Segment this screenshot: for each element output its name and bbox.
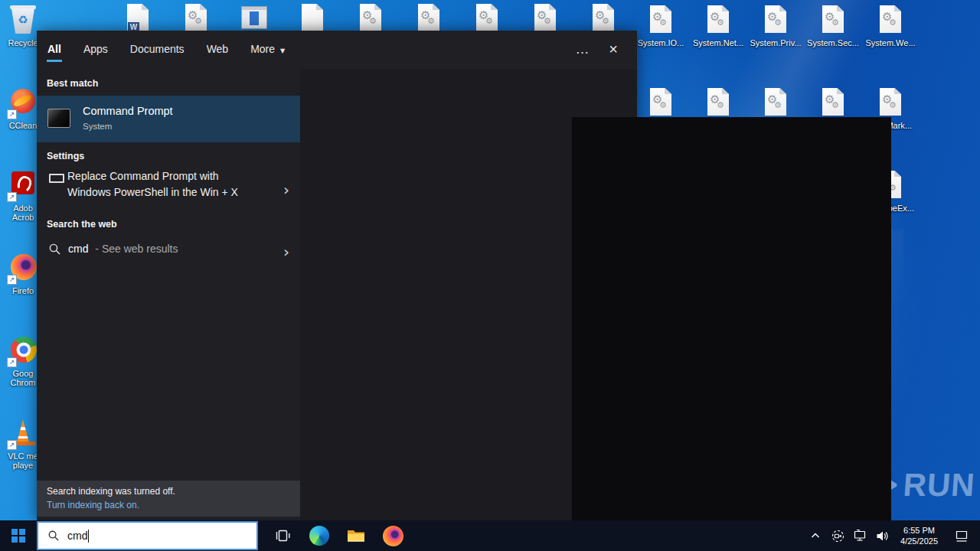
result-command-prompt[interactable]: Command Prompt System <box>37 96 300 142</box>
setting-line1: Replace Command Prompt with <box>67 168 238 184</box>
tab-more[interactable]: More▼ <box>250 41 286 67</box>
desktop-icon-label: System.Net... <box>691 38 746 47</box>
tab-label: Documents <box>130 43 185 55</box>
desktop-icon-file-3[interactable] <box>227 3 282 34</box>
chevron-up-icon <box>810 530 821 541</box>
dll-file-icon: ⚙⚙ <box>816 87 850 118</box>
web-result-text: cmd - See web results <box>68 243 178 255</box>
tab-documents[interactable]: Documents <box>129 41 185 67</box>
desktop-icon-label: System.Priv... <box>748 38 803 47</box>
notification-icon <box>954 528 969 543</box>
best-match-header: Best match <box>47 78 98 89</box>
dll-file-icon: ⚙⚙ <box>470 3 504 34</box>
chevron-right-icon: › <box>283 182 289 197</box>
chevron-down-icon: ▼ <box>280 47 285 54</box>
recycle-bin-icon: ♻ <box>6 5 40 35</box>
indexing-status-text: Search indexing was turned off. <box>47 486 290 497</box>
desktop-icon-system-io[interactable]: ⚙⚙ System.IO... <box>633 5 688 47</box>
vlc-icon: ↗ <box>6 418 40 448</box>
taskbar-clock[interactable]: 6:55 PM 4/25/2025 <box>896 525 942 546</box>
dll-file-icon: ⚙⚙ <box>644 87 678 118</box>
desktop-icon-file-6[interactable]: ⚙⚙ <box>401 3 456 34</box>
web-query: cmd <box>68 243 88 255</box>
volume-button[interactable] <box>874 520 890 551</box>
dll-file-icon: ⚙⚙ <box>759 5 792 35</box>
turn-indexing-on-link[interactable]: Turn indexing back on. <box>47 500 290 510</box>
desktop-icon-file-4[interactable] <box>285 3 340 34</box>
search-results-column: Best match Command Prompt System Setting… <box>37 69 300 520</box>
result-replace-cmd-setting[interactable]: Replace Command Prompt with Windows Powe… <box>37 168 300 213</box>
indexing-status-bar: Search indexing was turned off. Turn ind… <box>37 481 300 517</box>
dll-file-icon: ⚙⚙ <box>816 5 850 35</box>
search-tabbar: AllAppsDocumentsWebMore▼ … × <box>37 31 637 69</box>
edge-icon <box>309 526 329 546</box>
action-center-button[interactable] <box>948 520 975 551</box>
dll-file-icon: ⚙⚙ <box>701 5 735 35</box>
dll-file-icon: ⚙⚙ <box>354 3 387 34</box>
result-subtitle: System <box>83 122 112 131</box>
dll-file-icon: ⚙⚙ <box>528 3 562 34</box>
system-tray: 6:55 PM 4/25/2025 <box>807 520 980 551</box>
meet-now-camera-icon <box>831 530 844 543</box>
tab-label: Apps <box>83 43 108 55</box>
desktop-icon-system-sec[interactable]: ⚙⚙ System.Sec... <box>805 5 861 47</box>
result-title: Command Prompt <box>83 105 173 117</box>
chrome-icon: ↗ <box>6 335 40 366</box>
windows-logo-icon <box>11 529 25 543</box>
windows-search-panel: AllAppsDocumentsWebMore▼ … × Best match … <box>37 31 637 520</box>
desktop-icon-file-9[interactable]: ⚙⚙ <box>576 3 631 34</box>
ccleaner-icon: ↗ <box>6 87 40 118</box>
text-caret <box>88 530 89 543</box>
close-icon[interactable]: × <box>603 40 623 60</box>
start-button[interactable] <box>0 520 37 551</box>
firefox-button[interactable] <box>374 520 411 551</box>
taskbar-search-input[interactable]: cmd <box>37 521 258 550</box>
search-web-header: Search the web <box>47 219 117 230</box>
desktop-icon-file-8[interactable]: ⚙⚙ <box>518 3 573 34</box>
desktop-icon-label: System.IO... <box>633 38 688 47</box>
tab-all[interactable]: All <box>47 41 62 67</box>
preview-window <box>572 117 891 551</box>
desktop-icon-file-2[interactable]: ⚙⚙ <box>168 3 224 34</box>
application-file-icon <box>237 3 271 34</box>
edge-button[interactable] <box>301 520 338 551</box>
meet-now-button[interactable] <box>829 520 846 551</box>
search-query-text: cmd <box>67 530 87 542</box>
clock-time: 6:55 PM <box>900 525 938 536</box>
dll-file-icon: ⚙⚙ <box>874 87 907 118</box>
word-file-icon: W <box>121 3 155 34</box>
dll-file-icon: ⚙⚙ <box>874 5 907 35</box>
setting-text: Replace Command Prompt with Windows Powe… <box>67 168 238 201</box>
dll-file-icon: ⚙⚙ <box>179 3 213 34</box>
adobe-acrobat-icon: ↗ <box>6 170 40 201</box>
desktop-icon-label: System.Sec... <box>805 38 861 47</box>
result-web-search[interactable]: cmd - See web results › <box>37 239 300 265</box>
file-explorer-icon <box>346 526 366 546</box>
desktop-icon-file-5[interactable]: ⚙⚙ <box>343 3 398 34</box>
firefox-icon <box>383 526 403 546</box>
desktop-icon-system-priv[interactable]: ⚙⚙ System.Priv... <box>748 5 803 47</box>
task-view-button[interactable] <box>264 520 301 551</box>
desktop-icon-system-we[interactable]: ⚙⚙ System.We... <box>863 5 918 47</box>
network-button[interactable] <box>851 520 868 551</box>
desktop-icon-system-net[interactable]: ⚙⚙ System.Net... <box>691 5 746 47</box>
panel-overflow-menu-icon[interactable]: … <box>573 40 593 60</box>
file-icon <box>296 3 329 34</box>
watermark-text-right: RUN <box>902 467 976 504</box>
tab-label: All <box>47 43 61 55</box>
task-view-icon <box>274 527 291 544</box>
desktop-icon-file-1[interactable]: W <box>110 3 165 34</box>
desktop-icon-file-7[interactable]: ⚙⚙ <box>459 3 514 34</box>
tray-expand-button[interactable] <box>807 520 824 551</box>
file-explorer-button[interactable] <box>338 520 374 551</box>
tab-apps[interactable]: Apps <box>83 41 109 67</box>
dll-file-icon: ⚙⚙ <box>759 87 792 118</box>
dll-file-icon: ⚙⚙ <box>586 3 620 34</box>
tab-web[interactable]: Web <box>206 41 230 67</box>
network-icon <box>853 529 867 543</box>
dll-file-icon: ⚙⚙ <box>701 87 735 118</box>
desktop-icon-label: System.We... <box>863 38 918 47</box>
setting-line2: Windows PowerShell in the Win + X <box>67 184 238 201</box>
chevron-right-icon: › <box>283 244 289 259</box>
setting-icon <box>49 174 64 183</box>
